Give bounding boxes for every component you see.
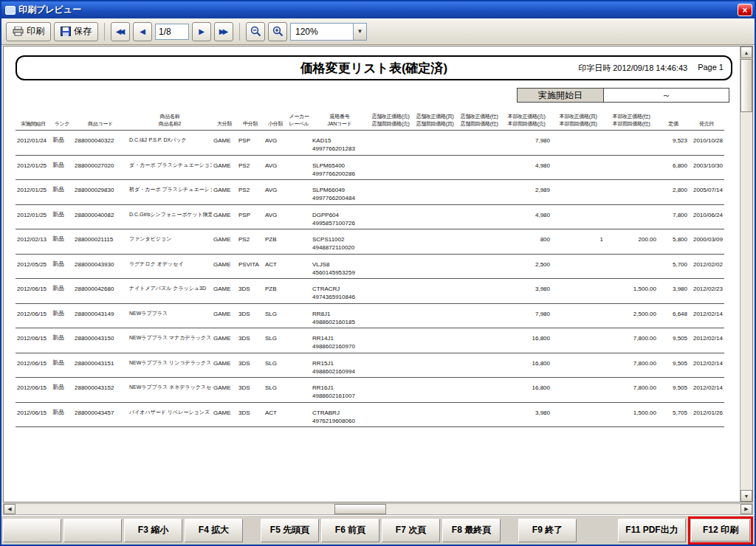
cell-empty bbox=[413, 342, 457, 353]
cell-empty bbox=[237, 268, 264, 279]
next-page-icon: ▶ bbox=[199, 27, 205, 35]
column-header: 中分類 bbox=[237, 113, 264, 131]
cell-name1: ファンタビジョン bbox=[128, 229, 212, 243]
cell-name1: バイオハザード リベレーションズ bbox=[128, 402, 212, 416]
cell-date: 2012/06/15 bbox=[16, 303, 51, 317]
cell-empty bbox=[16, 292, 51, 303]
vertical-scroll-track[interactable] bbox=[740, 58, 752, 490]
f8-last-page-button[interactable]: F8 最終頁 bbox=[442, 519, 501, 542]
column-header: 店舗改正価格(仕)店舗前回価格(仕) bbox=[457, 113, 501, 131]
print-button[interactable]: 印刷 bbox=[6, 22, 51, 41]
cell-h_shi: 7,800.00 bbox=[605, 353, 658, 367]
f12-print-button[interactable]: F12 印刷 bbox=[691, 519, 750, 542]
cell-empty bbox=[287, 268, 311, 279]
cell-empty bbox=[501, 243, 551, 254]
f11-pdf-output-button[interactable]: F11 PDF出力 bbox=[618, 519, 686, 542]
cell-h_uri: 3,980 bbox=[501, 279, 551, 293]
cell-cat1: GAME bbox=[212, 328, 237, 342]
cell-empty bbox=[457, 243, 501, 254]
cell-empty bbox=[212, 268, 237, 279]
first-page-button[interactable]: ◀◀ bbox=[111, 22, 130, 41]
f9-exit-button[interactable]: F9 終了 bbox=[518, 519, 577, 542]
cell-empty bbox=[658, 292, 689, 303]
cell-teika: 3,980 bbox=[658, 279, 689, 293]
cell-code: 288000027020 bbox=[73, 155, 128, 169]
cell-h_kai bbox=[551, 378, 605, 392]
filter-value: ～ bbox=[604, 88, 729, 103]
cell-h_shi: 7,800.00 bbox=[605, 328, 658, 342]
cell-name2 bbox=[128, 416, 212, 427]
cell-empty bbox=[413, 391, 457, 402]
zoom-dropdown-button[interactable]: ▼ bbox=[353, 24, 366, 40]
filter-label: 実施開始日 bbox=[517, 88, 604, 103]
cell-s_uri bbox=[368, 279, 413, 293]
horizontal-scroll-track[interactable] bbox=[16, 504, 740, 514]
horizontal-scrollbar[interactable]: ◀ ▶ bbox=[3, 503, 753, 515]
next-page-button[interactable]: ▶ bbox=[192, 22, 211, 41]
last-page-button[interactable]: ▶▶ bbox=[214, 22, 233, 41]
cell-s_shi bbox=[457, 131, 501, 145]
cell-empty bbox=[237, 342, 264, 353]
cell-jan: 4988602161007 bbox=[311, 391, 368, 402]
scroll-up-button[interactable]: ▲ bbox=[740, 46, 752, 58]
cell-empty bbox=[551, 317, 605, 328]
zoom-in-button[interactable] bbox=[268, 22, 287, 41]
cell-empty bbox=[51, 144, 73, 155]
cell-empty bbox=[264, 169, 287, 180]
column-header: ランク bbox=[51, 113, 73, 131]
prev-page-button[interactable]: ◀ bbox=[133, 22, 152, 41]
cell-cat3: AVG bbox=[264, 204, 287, 218]
f4-zoom-in-button[interactable]: F4 拡大 bbox=[185, 519, 243, 542]
column-header: 本部改正価格(仕)本部前回価格(仕) bbox=[605, 113, 658, 131]
cell-s_uri bbox=[368, 353, 413, 367]
close-button[interactable]: × bbox=[738, 4, 752, 16]
table-row: 2012/06/15新品288000043457バイオハザード リベレーションズ… bbox=[16, 402, 724, 416]
cell-empty bbox=[51, 367, 73, 378]
cell-empty bbox=[16, 268, 51, 279]
cell-empty bbox=[16, 416, 51, 427]
f5-first-page-button[interactable]: F5 先頭頁 bbox=[261, 519, 319, 542]
cell-h_shi bbox=[605, 131, 658, 145]
window-title: 印刷プレビュー bbox=[18, 4, 738, 16]
vertical-scroll-thumb[interactable] bbox=[740, 59, 752, 112]
zoom-out-button[interactable] bbox=[246, 22, 265, 41]
table-row-line2: 4988602160970 bbox=[16, 342, 724, 353]
cell-empty bbox=[73, 243, 128, 254]
f7-next-page-button[interactable]: F7 次頁 bbox=[382, 519, 440, 542]
scroll-left-button[interactable]: ◀ bbox=[4, 504, 16, 514]
scroll-down-button[interactable]: ▼ bbox=[740, 490, 752, 502]
print-info: 印字日時 2012/09/18 14:46:43 Page 1 bbox=[578, 63, 724, 74]
cell-s_kai bbox=[413, 378, 457, 392]
cell-date: 2012/02/13 bbox=[16, 229, 51, 243]
cell-rank: 新品 bbox=[51, 155, 73, 169]
cell-empty bbox=[212, 243, 237, 254]
cell-empty bbox=[264, 193, 287, 204]
cell-empty bbox=[287, 144, 311, 155]
cell-date: 2012/01/24 bbox=[16, 131, 51, 145]
horizontal-scroll-thumb[interactable] bbox=[334, 504, 386, 514]
cell-cat1: GAME bbox=[212, 378, 237, 392]
cell-empty bbox=[551, 243, 605, 254]
scroll-right-button[interactable]: ▶ bbox=[740, 504, 752, 514]
cell-s_uri bbox=[368, 155, 413, 169]
vertical-scrollbar[interactable]: ▲ ▼ bbox=[740, 46, 752, 502]
cell-name1: NEWラブプラス マナカデラックスセット bbox=[128, 328, 212, 342]
column-header: 定価 bbox=[658, 113, 689, 131]
cell-empty bbox=[287, 243, 311, 254]
zoom-select[interactable]: 120% ▼ bbox=[290, 23, 367, 41]
cell-empty bbox=[501, 416, 551, 427]
cell-empty bbox=[658, 367, 689, 378]
cell-h_kai bbox=[551, 131, 605, 145]
cell-empty bbox=[16, 218, 51, 229]
page-number-input[interactable] bbox=[155, 24, 189, 40]
f6-prev-page-button[interactable]: F6 前頁 bbox=[321, 519, 379, 542]
save-button[interactable]: 保存 bbox=[54, 22, 98, 41]
cell-jan: 4988602160185 bbox=[311, 317, 368, 328]
cell-h_uri: 16,800 bbox=[501, 328, 551, 342]
cell-jan: 4988602160994 bbox=[311, 367, 368, 378]
f3-zoom-out-button[interactable]: F3 縮小 bbox=[124, 519, 182, 542]
cell-rank: 新品 bbox=[51, 328, 73, 342]
arrow-right-icon: ▶ bbox=[744, 506, 748, 512]
cell-empty bbox=[73, 317, 128, 328]
cell-empty bbox=[16, 367, 51, 378]
